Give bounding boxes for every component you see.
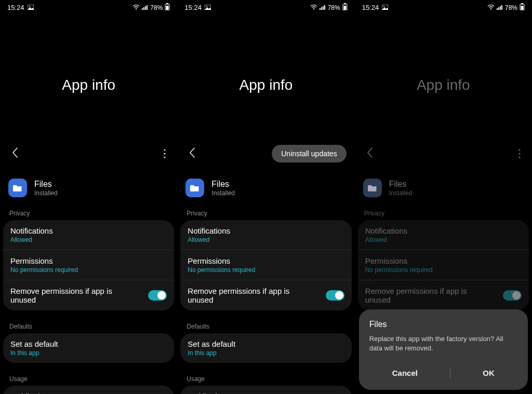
status-time: 15:24 [362,4,379,11]
header-row [0,144,177,163]
status-bar: 15:24 78% [355,0,532,12]
remove-permissions-toggle [503,290,522,301]
notifications-row[interactable]: Notifications Allowed [180,220,351,250]
mobile-data-row[interactable]: Mobile data No data used [3,386,174,394]
screen-2: 15:24 78% App info Uninstall updates Fil… [177,0,354,394]
svg-point-12 [164,156,166,158]
svg-point-25 [490,8,491,9]
usage-card: Mobile data No data used [180,386,351,394]
svg-rect-5 [145,6,146,10]
battery-icon [165,3,170,12]
header-row: Uninstall updates [177,144,354,163]
screen-3: 15:24 78% App info Files [355,0,532,394]
more-menu-button [515,147,524,160]
app-status: Installed [389,189,413,197]
back-button[interactable] [185,145,199,163]
section-label-defaults: Defaults [177,323,354,330]
app-header: Files Installed [177,179,354,197]
svg-point-2 [136,8,137,9]
section-label-usage: Usage [0,375,177,383]
remove-permissions-row[interactable]: Remove permissions if app is unused [180,280,351,310]
svg-rect-26 [497,8,498,10]
wifi-icon [132,4,140,11]
svg-point-1 [29,6,30,7]
section-label-usage: Usage [177,375,354,383]
privacy-card: Notifications Allowed Permissions No per… [358,220,529,310]
battery-icon [520,3,525,12]
page-title: App info [177,77,354,93]
svg-rect-4 [143,7,144,10]
svg-rect-32 [521,6,523,10]
app-name: Files [34,180,58,189]
svg-rect-28 [500,6,501,10]
picture-icon [205,4,211,11]
svg-rect-18 [323,6,324,10]
svg-rect-16 [320,8,321,10]
mobile-data-row[interactable]: Mobile data No data used [180,386,351,394]
app-status: Installed [211,189,235,197]
permissions-row: Permissions No permissions required [358,250,529,280]
set-as-default-row[interactable]: Set as default In this app [3,333,174,363]
battery-percent: 78% [328,4,340,11]
page-title: App info [0,77,177,93]
svg-rect-29 [501,5,502,10]
svg-rect-27 [498,7,499,10]
permissions-row[interactable]: Permissions No permissions required [180,250,351,280]
battery-percent: 78% [150,4,163,11]
uninstall-updates-menu-item[interactable]: Uninstall updates [272,145,346,162]
status-bar: 15:24 78% [177,0,354,12]
wifi-icon [487,4,495,11]
svg-rect-17 [321,7,322,10]
wifi-icon [310,4,317,11]
folder-icon [8,179,27,197]
svg-rect-9 [166,6,169,10]
section-label-privacy: Privacy [0,210,177,217]
remove-permissions-toggle[interactable] [148,290,167,301]
screen-1: 15:24 78% App info [0,0,177,394]
remove-permissions-row: Remove permissions if app is unused [358,280,529,310]
svg-point-33 [518,149,520,151]
signal-icon [497,4,503,11]
svg-point-24 [383,6,384,7]
folder-icon [363,179,382,197]
picture-icon [28,4,34,11]
svg-point-14 [206,6,207,7]
page-title: App info [355,77,532,93]
usage-card: Mobile data No data used [3,386,174,394]
remove-permissions-toggle[interactable] [326,290,344,301]
svg-point-35 [518,156,520,158]
app-header: Files Installed [355,179,532,197]
picture-icon [382,4,388,11]
svg-rect-22 [343,6,346,10]
permissions-row[interactable]: Permissions No permissions required [3,250,174,280]
app-name: Files [211,180,235,189]
section-label-defaults: Defaults [0,323,177,330]
privacy-card: Notifications Allowed Permissions No per… [180,220,351,310]
dialog-body: Replace this app with the factory versio… [369,334,517,353]
svg-point-10 [164,149,166,151]
svg-rect-19 [324,5,325,10]
cancel-button[interactable]: Cancel [379,365,431,381]
more-menu-button[interactable] [161,147,169,160]
notifications-row[interactable]: Notifications Allowed [3,220,174,250]
signal-icon [320,4,326,11]
privacy-card: Notifications Allowed Permissions No per… [3,220,174,310]
notifications-row: Notifications Allowed [358,220,529,250]
dialog-separator [450,369,450,378]
app-name: Files [389,180,413,189]
header-row [355,144,532,163]
remove-permissions-row[interactable]: Remove permissions if app is unused [3,280,174,310]
ok-button[interactable]: OK [469,365,508,381]
dialog-title: Files [369,320,517,329]
status-time: 15:24 [184,4,202,11]
svg-point-34 [518,153,520,154]
svg-point-11 [164,153,166,154]
folder-icon [185,179,204,197]
signal-icon [142,4,148,11]
section-label-privacy: Privacy [355,210,532,217]
set-as-default-row[interactable]: Set as default In this app [180,333,351,363]
status-time: 15:24 [7,4,24,11]
back-button[interactable] [8,145,22,163]
svg-rect-3 [142,8,143,10]
svg-point-15 [313,8,314,9]
